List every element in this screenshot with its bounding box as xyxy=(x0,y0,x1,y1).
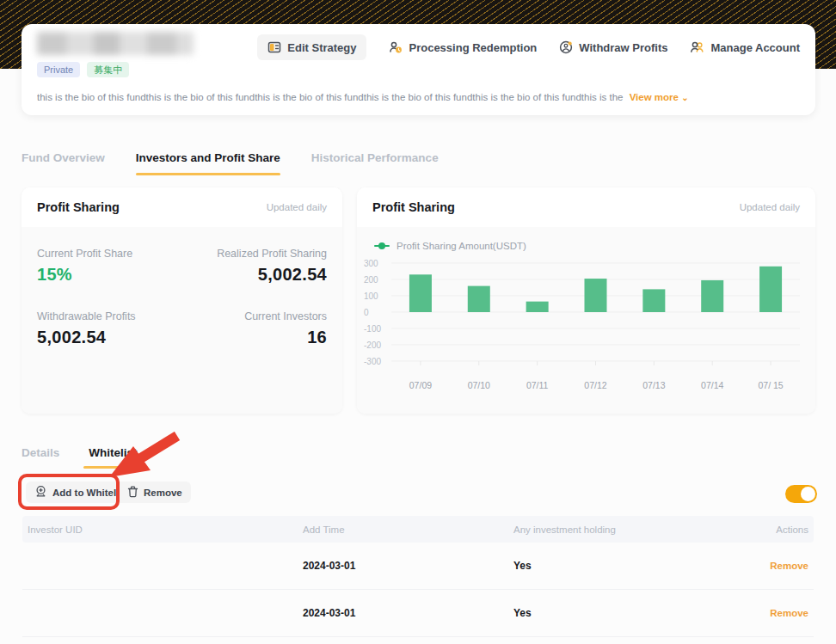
edit-strategy-button[interactable]: Edit Strategy xyxy=(257,34,366,60)
svg-text:07/13: 07/13 xyxy=(642,380,665,390)
withdraw-profits-button[interactable]: Withdraw Profits xyxy=(559,40,667,54)
stat-value: 15% xyxy=(37,265,182,285)
processing-redemption-icon xyxy=(389,40,403,54)
tab-investors-profit-share[interactable]: Investors and Profit Share xyxy=(136,151,280,175)
withdraw-profits-icon xyxy=(559,40,573,54)
profit-sharing-summary-card: Profit Sharing Updated daily Current Pro… xyxy=(22,187,342,414)
processing-redemption-label: Processing Redemption xyxy=(409,41,537,54)
recruiting-badge: 募集中 xyxy=(87,62,129,77)
summary-card-title: Profit Sharing xyxy=(37,200,120,214)
add-time-cell: 2024-03-01 xyxy=(303,560,513,572)
holding-cell: Yes xyxy=(513,607,763,619)
bio-row: this is the bio of this fundthis is the … xyxy=(37,92,800,102)
svg-text:0: 0 xyxy=(364,308,369,317)
holding-cell: Yes xyxy=(513,560,763,572)
svg-text:-300: -300 xyxy=(364,357,381,366)
header-investor-uid: Investor UID xyxy=(28,524,303,535)
header-investment-holding: Any investment holding xyxy=(513,524,763,535)
svg-text:07/09: 07/09 xyxy=(409,380,432,390)
chart-card-header: Profit Sharing Updated daily xyxy=(357,187,815,227)
stat-value: 16 xyxy=(182,328,328,347)
fund-name-placeholder xyxy=(37,32,194,55)
edit-strategy-icon xyxy=(267,40,281,54)
stat-current-investors: Current Investors 16 xyxy=(182,310,328,347)
withdraw-profits-label: Withdraw Profits xyxy=(579,41,667,54)
stat-label: Realized Profit Sharing xyxy=(182,248,328,260)
stat-label: Withdrawable Profits xyxy=(37,310,182,322)
header-actions: Actions xyxy=(763,524,808,535)
profit-sharing-chart-card: Profit Sharing Updated daily Profit Shar… xyxy=(357,187,815,414)
row-remove-link[interactable]: Remove xyxy=(763,608,808,618)
page: Private 募集中 Edit Strategy Processing Red… xyxy=(0,0,836,644)
trash-icon xyxy=(127,486,138,500)
svg-text:300: 300 xyxy=(364,259,378,268)
tab-historical-performance[interactable]: Historical Performance xyxy=(311,151,439,175)
svg-text:-200: -200 xyxy=(364,340,381,350)
fund-bio-text: this is the bio of this fundthis is the … xyxy=(37,92,623,102)
header-add-time: Add Time xyxy=(303,524,513,535)
toggle-knob xyxy=(801,487,815,501)
add-time-cell: 2024-03-01 xyxy=(303,607,513,619)
legend-label: Profit Sharing Amount(USDT) xyxy=(396,241,526,251)
processing-redemption-button[interactable]: Processing Redemption xyxy=(389,40,537,54)
svg-text:07/ 15: 07/ 15 xyxy=(758,380,783,390)
svg-text:07/11: 07/11 xyxy=(526,380,549,390)
view-more-link[interactable]: View more ⌄ xyxy=(630,92,689,102)
fund-header-card: Private 募集中 Edit Strategy Processing Red… xyxy=(22,24,815,115)
detail-tab-bar: Details Whitelist xyxy=(22,446,138,469)
row-remove-link[interactable]: Remove xyxy=(763,561,808,571)
table-row: 2024-03-01 Yes Remove xyxy=(22,543,814,590)
stat-value: 5,002.54 xyxy=(182,265,328,285)
manage-account-icon xyxy=(690,40,704,54)
header-actions: Edit Strategy Processing Redemption With… xyxy=(257,34,800,60)
stat-current-profit-share: Current Profit Share 15% xyxy=(37,248,182,285)
stat-label: Current Investors xyxy=(182,310,328,322)
chart-updated-label: Updated daily xyxy=(740,202,800,212)
main-tab-bar: Fund Overview Investors and Profit Share… xyxy=(22,151,439,175)
tab-details[interactable]: Details xyxy=(22,446,59,469)
chart-legend: Profit Sharing Amount(USDT) xyxy=(357,227,815,251)
svg-text:07/12: 07/12 xyxy=(584,380,606,390)
chevron-down-icon: ⌄ xyxy=(681,93,688,102)
tab-whitelist[interactable]: Whitelist xyxy=(89,446,137,469)
whitelist-toggle[interactable] xyxy=(785,485,817,503)
tab-fund-overview[interactable]: Fund Overview xyxy=(22,151,105,175)
edit-strategy-label: Edit Strategy xyxy=(287,41,356,54)
stat-value: 5,002.54 xyxy=(37,328,182,347)
table-header-row: Investor UID Add Time Any investment hol… xyxy=(22,516,814,543)
remove-button[interactable]: Remove xyxy=(119,481,191,503)
stat-withdrawable-profits: Withdrawable Profits 5,002.54 xyxy=(37,310,182,347)
stat-label: Current Profit Share xyxy=(37,248,182,260)
svg-text:100: 100 xyxy=(364,291,378,301)
svg-text:07/10: 07/10 xyxy=(468,380,490,390)
summary-card-header: Profit Sharing Updated daily xyxy=(22,187,342,227)
svg-text:200: 200 xyxy=(364,275,378,285)
badge-row: Private 募集中 xyxy=(37,62,129,77)
summary-card-body: Current Profit Share 15% Realized Profit… xyxy=(22,227,342,414)
view-more-label: View more xyxy=(630,92,679,102)
add-to-whitelist-icon xyxy=(34,485,47,500)
table-row: 2024-03-01 Yes Remove xyxy=(22,590,814,637)
svg-text:07/14: 07/14 xyxy=(701,380,723,390)
chart-card-body: Profit Sharing Amount(USDT) 3002001000-1… xyxy=(357,227,815,414)
manage-account-label: Manage Account xyxy=(710,41,800,54)
whitelist-table: Investor UID Add Time Any investment hol… xyxy=(22,516,814,637)
profit-chart: 3002001000-100-200-30007/0907/1007/1107/… xyxy=(362,258,805,394)
private-badge: Private xyxy=(37,62,80,77)
svg-text:-100: -100 xyxy=(364,324,381,334)
add-to-whitelist-label: Add to Whitelist xyxy=(52,488,128,498)
legend-marker-icon xyxy=(374,245,390,247)
summary-updated-label: Updated daily xyxy=(267,202,327,212)
remove-button-label: Remove xyxy=(144,488,182,498)
manage-account-button[interactable]: Manage Account xyxy=(690,40,800,54)
chart-card-title: Profit Sharing xyxy=(372,200,455,214)
stat-realized-profit-sharing: Realized Profit Sharing 5,002.54 xyxy=(182,248,328,285)
